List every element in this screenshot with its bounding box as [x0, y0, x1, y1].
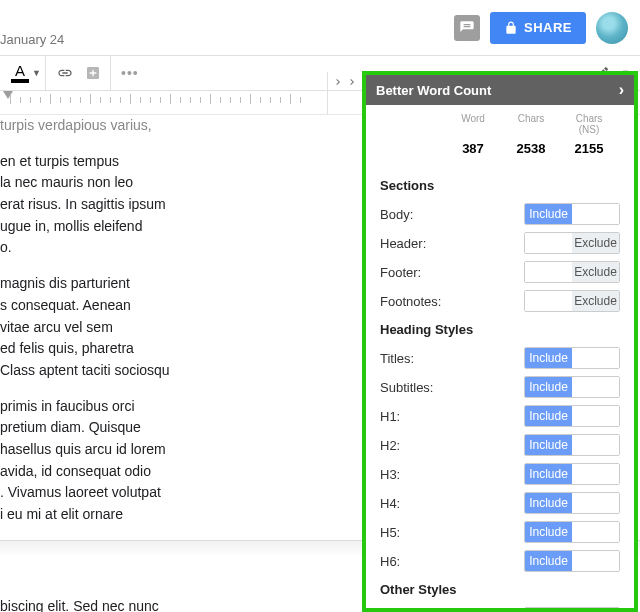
collapse-sidebar-button[interactable]	[332, 76, 358, 88]
heading-toggle[interactable]: Include	[524, 463, 620, 485]
heading-toggle[interactable]: Include	[524, 492, 620, 514]
heading-row: H3:Include	[380, 461, 620, 487]
other-row: Strikethrough:Include	[380, 605, 620, 608]
heading-toggle[interactable]: Include	[524, 405, 620, 427]
lock-icon	[504, 21, 518, 35]
heading-row: H2:Include	[380, 432, 620, 458]
heading-row: H1:Include	[380, 403, 620, 429]
section-row: Body:Include	[380, 201, 620, 227]
heading-row: H6:Include	[380, 548, 620, 574]
section-label: Body:	[380, 207, 524, 222]
section-toggle[interactable]: Exclude	[524, 261, 620, 283]
word-count-panel: Better Word Count › Word Chars Chars (NS…	[362, 71, 638, 612]
section-row: Footer:Exclude	[380, 259, 620, 285]
heading-row: Subtitles:Include	[380, 374, 620, 400]
heading-label: H5:	[380, 525, 524, 540]
heading-label: Subtitles:	[380, 380, 524, 395]
heading-row: H5:Include	[380, 519, 620, 545]
comments-button[interactable]	[454, 15, 480, 41]
chevron-right-icon: ›	[619, 81, 624, 99]
indent-marker-icon[interactable]	[3, 91, 13, 99]
avatar[interactable]	[596, 12, 628, 44]
section-label: Footer:	[380, 265, 524, 280]
other-toggle[interactable]: Include	[524, 607, 620, 608]
chevron-down-icon[interactable]: ▼	[32, 68, 41, 78]
heading-row: Titles:Include	[380, 345, 620, 371]
text-color-button[interactable]: A	[8, 60, 32, 86]
section-label: Footnotes:	[380, 294, 524, 309]
share-label: SHARE	[524, 20, 572, 35]
heading-label: H6:	[380, 554, 524, 569]
heading-toggle[interactable]: Include	[524, 376, 620, 398]
heading-label: H3:	[380, 467, 524, 482]
heading-toggle[interactable]: Include	[524, 550, 620, 572]
heading-toggle[interactable]: Include	[524, 521, 620, 543]
add-comment-button[interactable]	[80, 60, 106, 86]
insert-link-button[interactable]	[52, 60, 78, 86]
heading-label: H2:	[380, 438, 524, 453]
date-label: January 24	[0, 32, 64, 47]
panel-body: Word Chars Chars (NS) 387 2538 2155 Sect…	[366, 105, 634, 608]
top-bar: January 24 SHARE	[0, 0, 640, 55]
section-toggle[interactable]: Exclude	[524, 290, 620, 312]
sections-heading: Sections	[380, 178, 620, 193]
heading-toggle[interactable]: Include	[524, 347, 620, 369]
section-toggle[interactable]: Include	[524, 203, 620, 225]
more-button[interactable]: •••	[117, 60, 143, 86]
stats-values: 387 2538 2155	[380, 135, 620, 170]
heading-row: H4:Include	[380, 490, 620, 516]
heading-styles-heading: Heading Styles	[380, 322, 620, 337]
heading-label: H4:	[380, 496, 524, 511]
heading-toggle[interactable]: Include	[524, 434, 620, 456]
panel-title-bar[interactable]: Better Word Count ›	[366, 75, 634, 105]
section-row: Footnotes:Exclude	[380, 288, 620, 314]
share-button[interactable]: SHARE	[490, 12, 586, 44]
section-toggle[interactable]: Exclude	[524, 232, 620, 254]
section-label: Header:	[380, 236, 524, 251]
panel-title: Better Word Count	[376, 83, 491, 98]
heading-label: Titles:	[380, 351, 524, 366]
stats-header: Word Chars Chars (NS)	[380, 113, 620, 135]
other-styles-heading: Other Styles	[380, 582, 620, 597]
heading-label: H1:	[380, 409, 524, 424]
section-row: Header:Exclude	[380, 230, 620, 256]
